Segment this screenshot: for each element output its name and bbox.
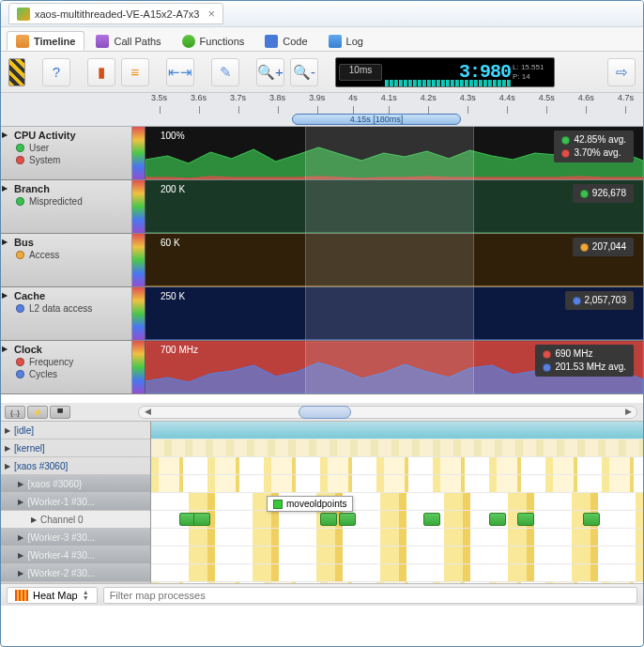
thread-lane[interactable] (151, 493, 643, 511)
thread-lane[interactable] (151, 511, 643, 529)
collapse-icon[interactable]: ▶ (2, 238, 8, 246)
bookmark-button[interactable]: ▮ (87, 58, 115, 86)
thread-lane[interactable] (151, 529, 643, 547)
mini-btn-3[interactable]: ▀ (50, 406, 70, 419)
collapse-icon[interactable]: ▶ (2, 131, 8, 139)
chart-body[interactable]: 700 MHz690 MHz201.53 MHz avg. (146, 341, 643, 393)
chart-body[interactable]: 250 K2,057,703 (146, 287, 643, 340)
thread-row[interactable]: ▶{Worker-2 #30... (1, 564, 150, 582)
thread-lane[interactable] (151, 475, 643, 493)
collapse-icon[interactable]: ▶ (2, 291, 8, 300)
heatmap-icon (15, 590, 28, 601)
legend-item: Cycles (16, 369, 126, 379)
scroll-left-icon[interactable]: ◀ (141, 407, 154, 418)
scroll-right-icon[interactable]: ▶ (621, 407, 635, 418)
thread-row[interactable]: ▶[gatord #3086] (1, 582, 150, 583)
thread-lane[interactable] (151, 582, 643, 583)
legend-item: System (16, 155, 126, 165)
thread-row[interactable]: ▶{Worker-4 #30... (1, 547, 150, 564)
chart-stats: 690 MHz201.53 MHz avg. (535, 345, 634, 377)
selection-marker[interactable]: 4.15s [180ms] (292, 114, 461, 125)
thread-lane[interactable] (151, 422, 643, 439)
chart-stats: 926,678 (573, 184, 634, 203)
threads-panel: ▶[idle]▶[kernel]▶[xaos #3060]▶{xaos #306… (1, 422, 643, 583)
activity-block[interactable] (193, 513, 210, 526)
activity-block[interactable] (489, 513, 506, 526)
activity-block[interactable] (583, 513, 600, 526)
interval-select[interactable]: 10ms (339, 64, 382, 81)
zoom-out-button[interactable]: 🔍- (290, 58, 318, 86)
chart-stats: 207,044 (573, 238, 634, 256)
activity-block[interactable] (320, 513, 337, 526)
activity-block[interactable] (517, 513, 534, 526)
thread-row[interactable]: ▶{xaos #3060} (1, 475, 150, 493)
export-button[interactable]: ⇨ (607, 58, 636, 86)
tab-callpaths[interactable]: Call Paths (86, 31, 170, 51)
thread-lane[interactable] (151, 439, 643, 457)
time-ruler[interactable]: 3.5s3.6s3.7s3.8s3.9s4s4.1s4.2s4.3s4.4s4.… (1, 93, 643, 127)
document-tab[interactable]: xaos-multithreaded-VE-A15x2-A7x3 × (8, 3, 223, 24)
thread-row[interactable]: ▶Channel 0 (1, 511, 150, 529)
chart-title: Bus (14, 237, 126, 248)
mini-btn-2[interactable]: ⚡ (27, 406, 48, 419)
hazard-icon (8, 58, 25, 86)
mini-btn-1[interactable]: {..} (5, 406, 25, 419)
collapse-icon[interactable]: ▶ (2, 345, 8, 353)
tab-code[interactable]: Code (255, 31, 316, 51)
thread-lane[interactable] (151, 564, 643, 582)
ruler-tick: 4.6s (578, 93, 594, 114)
ruler-tick: 4.4s (499, 93, 515, 114)
chart-stats: 2,057,703 (565, 291, 635, 310)
scroll-strip: {..} ⚡ ▀ ◀ ▶ (1, 403, 643, 422)
chart-body[interactable]: 200 K926,678 (146, 180, 643, 233)
ruler-tick: 4s (348, 93, 358, 114)
help-button[interactable]: ? (42, 58, 70, 86)
ruler-tick: 4.1s (381, 93, 397, 114)
zoom-in-button[interactable]: 🔍+ (256, 58, 284, 86)
thread-lane[interactable] (151, 547, 643, 564)
tab-timeline[interactable]: Timeline (7, 31, 84, 51)
ruler-tick: 3.7s (230, 93, 246, 114)
ruler-tick: 4.2s (421, 93, 437, 114)
thread-row[interactable]: ▶[idle] (1, 422, 150, 439)
thread-row[interactable]: ▶{Worker-1 #30... (1, 493, 150, 511)
chart-body[interactable]: 100%42.85% avg.3.70% avg. (146, 127, 643, 179)
app-icon (17, 8, 30, 21)
time-side-info: L: 15.551 P: 14 (513, 63, 554, 81)
timeline-icon (16, 35, 29, 48)
hover-tooltip: moveoldpoints (267, 496, 353, 512)
expand-button[interactable]: ⇤⇥ (166, 58, 194, 86)
selection-overlay (305, 341, 474, 393)
chart-scale: 200 K (161, 184, 185, 194)
color-scale-icon (132, 287, 146, 340)
thread-row[interactable]: ▶[kernel] (1, 439, 150, 457)
tooltip-text: moveoldpoints (286, 499, 346, 509)
callpaths-icon (96, 35, 109, 48)
thread-row[interactable]: ▶{Worker-3 #30... (1, 529, 150, 547)
selection-overlay (305, 234, 474, 286)
horizontal-scrollbar[interactable]: ◀ ▶ (138, 406, 637, 419)
close-tab-icon[interactable]: × (207, 7, 215, 21)
sort-button[interactable]: ≡ (121, 58, 149, 86)
selection-overlay (305, 287, 474, 340)
log-icon (329, 35, 342, 48)
activity-block[interactable] (339, 513, 356, 526)
thread-lane[interactable] (151, 457, 643, 475)
color-scale-icon (132, 234, 146, 286)
scrollbar-thumb[interactable] (299, 406, 351, 419)
chart-body[interactable]: 60 K207,044 (146, 234, 643, 286)
chart-scale: 100% (161, 131, 185, 141)
ruler-tick: 4.7s (618, 93, 634, 114)
filter-input[interactable] (103, 587, 637, 604)
legend-item: Access (16, 250, 126, 260)
brush-button[interactable]: ✎ (211, 58, 239, 86)
ruler-tick: 3.9s (309, 93, 325, 114)
footer-bar: Heat Map ▲▼ (1, 583, 643, 606)
tab-log[interactable]: Log (319, 31, 373, 51)
heatmap-mode[interactable]: Heat Map ▲▼ (7, 587, 98, 604)
tab-functions[interactable]: Functions (173, 31, 254, 51)
chart-scale: 60 K (161, 238, 180, 248)
thread-row[interactable]: ▶[xaos #3060] (1, 457, 150, 475)
collapse-icon[interactable]: ▶ (2, 184, 8, 193)
activity-block[interactable] (423, 513, 440, 526)
